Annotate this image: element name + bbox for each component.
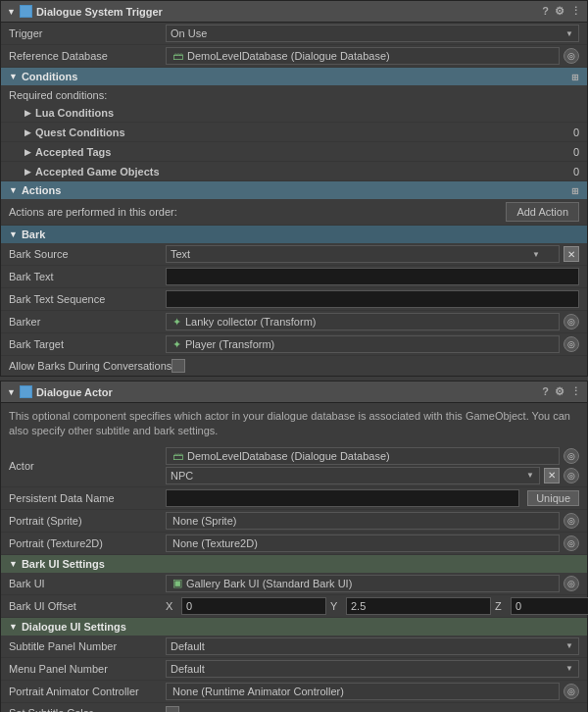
actor-npc-select-btn[interactable]: ◎ bbox=[564, 468, 579, 483]
help-icon[interactable]: ? bbox=[542, 5, 549, 18]
actions-order-row: Actions are performed in this order: Add… bbox=[1, 199, 587, 226]
actor-help-icon[interactable]: ? bbox=[542, 385, 549, 398]
bark-ui-label: Bark UI bbox=[9, 578, 166, 589]
actions-section-header[interactable]: ▼ Actions ⊞ bbox=[1, 181, 587, 199]
actor-db-icon: 🗃 bbox=[172, 450, 183, 462]
conditions-section-header[interactable]: ▼ Conditions ⊞ bbox=[1, 68, 587, 85]
lua-conditions-label: Lua Conditions bbox=[35, 107, 192, 119]
actions-expand-right-icon[interactable]: ⊞ bbox=[571, 186, 579, 196]
bark-ui-offset-xyz: X Y Z bbox=[166, 597, 588, 615]
reference-db-row: Reference Database 🗃 DemoLevelDatabase (… bbox=[1, 45, 587, 68]
dialogue-ui-settings-title: Dialogue UI Settings bbox=[22, 621, 126, 633]
allow-barks-label: Allow Barks During Conversations bbox=[9, 360, 172, 372]
portrait-sprite-label: Portrait (Sprite) bbox=[9, 515, 166, 527]
dialogue-ui-settings-header[interactable]: ▼ Dialogue UI Settings bbox=[1, 618, 587, 636]
actions-expand-icon: ▼ bbox=[9, 185, 18, 195]
barker-label: Barker bbox=[9, 316, 166, 328]
checkbox-icon[interactable] bbox=[20, 5, 32, 18]
subtitle-panel-dropdown-wrapper[interactable]: Default bbox=[166, 637, 579, 655]
portrait-animator-field[interactable]: None (Runtime Animator Controller) bbox=[166, 683, 560, 700]
actor-overflow-icon[interactable]: ⋮ bbox=[570, 385, 581, 398]
quest-conditions-label: Quest Conditions bbox=[35, 127, 192, 138]
tags-expand-icon[interactable]: ▶ bbox=[24, 147, 31, 157]
bark-target-row: Bark Target ✦ Player (Transform) ◎ bbox=[1, 333, 587, 356]
subtitle-panel-value-container: Default bbox=[166, 637, 579, 655]
bark-subsection-header[interactable]: ▼ Bark bbox=[1, 226, 587, 243]
bark-source-dropdown[interactable]: Text bbox=[166, 245, 560, 263]
bark-expand-icon: ▼ bbox=[9, 229, 18, 239]
reference-db-select-btn[interactable]: ◎ bbox=[564, 48, 579, 64]
bark-ui-value-container: ▣ Gallery Bark UI (Standard Bark UI) ◎ bbox=[166, 575, 579, 592]
bark-ui-field[interactable]: ▣ Gallery Bark UI (Standard Bark UI) bbox=[166, 575, 560, 592]
unique-button[interactable]: Unique bbox=[527, 490, 579, 506]
persistent-data-input[interactable] bbox=[166, 489, 519, 507]
toggle-arrow-icon[interactable]: ▼ bbox=[7, 7, 16, 17]
bark-ui-row: Bark UI ▣ Gallery Bark UI (Standard Bark… bbox=[1, 573, 587, 595]
portrait-animator-row: Portrait Animator Controller None (Runti… bbox=[1, 681, 587, 703]
bark-target-label: Bark Target bbox=[9, 338, 166, 350]
bark-x-input[interactable] bbox=[181, 597, 326, 615]
portrait-texture-label: Portrait (Texture2D) bbox=[9, 537, 166, 549]
trigger-dropdown-wrapper[interactable]: On Use bbox=[166, 25, 579, 42]
portrait-sprite-value: None (Sprite) bbox=[172, 515, 236, 527]
bark-target-field[interactable]: ✦ Player (Transform) bbox=[166, 335, 560, 353]
quest-expand-icon[interactable]: ▶ bbox=[24, 127, 31, 137]
allow-barks-checkbox[interactable] bbox=[172, 359, 185, 373]
subtitle-panel-dropdown[interactable]: Default bbox=[166, 637, 579, 655]
lua-expand-icon[interactable]: ▶ bbox=[24, 108, 31, 118]
settings-icon[interactable]: ⚙ bbox=[555, 5, 564, 18]
barker-field[interactable]: ✦ Lanky collector (Transform) bbox=[166, 313, 560, 331]
bark-target-select-btn[interactable]: ◎ bbox=[564, 336, 579, 352]
actor-npc-dropdown-wrapper[interactable]: NPC bbox=[166, 467, 540, 484]
bark-source-clear-btn[interactable]: ✕ bbox=[564, 246, 579, 262]
quest-conditions-row: ▶ Quest Conditions 0 bbox=[1, 123, 587, 142]
portrait-texture-select-btn[interactable]: ◎ bbox=[564, 535, 579, 551]
bark-text-input[interactable] bbox=[166, 268, 579, 285]
persistent-data-row: Persistent Data Name Unique bbox=[1, 487, 587, 510]
add-action-button[interactable]: Add Action bbox=[506, 202, 579, 222]
bark-y-input[interactable] bbox=[346, 597, 491, 615]
actor-npc-clear-btn[interactable]: ✕ bbox=[544, 468, 560, 483]
portrait-texture-row: Portrait (Texture2D) None (Texture2D) ◎ bbox=[1, 533, 587, 555]
gameobj-expand-icon[interactable]: ▶ bbox=[24, 167, 31, 177]
actor-db-field[interactable]: 🗃 DemoLevelDatabase (Dialogue Database) bbox=[166, 447, 560, 465]
conditions-expand-right-icon[interactable]: ⊞ bbox=[571, 73, 579, 82]
portrait-sprite-select-btn[interactable]: ◎ bbox=[564, 513, 579, 529]
trigger-panel-header: ▼ Dialogue System Trigger ? ⚙ ⋮ bbox=[1, 1, 587, 23]
bark-text-sequence-input[interactable] bbox=[166, 290, 579, 308]
conditions-title: Conditions bbox=[22, 71, 77, 82]
actions-title: Actions bbox=[22, 184, 61, 196]
actor-npc-dropdown[interactable]: NPC bbox=[166, 467, 540, 484]
bark-target-icon: ✦ bbox=[172, 338, 181, 351]
reference-db-field[interactable]: 🗃 DemoLevelDatabase (Dialogue Database) bbox=[166, 47, 560, 65]
barker-select-btn[interactable]: ◎ bbox=[564, 314, 579, 330]
portrait-animator-select-btn[interactable]: ◎ bbox=[564, 684, 579, 699]
overflow-icon[interactable]: ⋮ bbox=[570, 5, 581, 18]
bark-z-input[interactable] bbox=[511, 597, 588, 615]
actions-order-text: Actions are performed in this order: bbox=[9, 206, 177, 218]
actor-toggle-arrow-icon[interactable]: ▼ bbox=[7, 387, 16, 397]
dialogue-actor-panel: ▼ Dialogue Actor ? ⚙ ⋮ This optional com… bbox=[0, 381, 588, 712]
barker-value: Lanky collector (Transform) bbox=[185, 316, 316, 328]
bark-ui-select-btn[interactable]: ◎ bbox=[564, 576, 579, 591]
portrait-animator-value-container: None (Runtime Animator Controller) ◎ bbox=[166, 683, 579, 700]
bark-ui-offset-row: Bark UI Offset X Y Z bbox=[1, 595, 587, 618]
portrait-texture-field[interactable]: None (Texture2D) bbox=[166, 534, 560, 552]
set-subtitle-color-checkbox[interactable] bbox=[166, 706, 179, 712]
menu-panel-dropdown-wrapper[interactable]: Default bbox=[166, 660, 579, 678]
actor-settings-icon[interactable]: ⚙ bbox=[555, 385, 564, 398]
accepted-game-objects-count: 0 bbox=[573, 166, 579, 178]
required-conditions-label: Required conditions: bbox=[1, 85, 587, 103]
actor-panel-title: Dialogue Actor bbox=[36, 386, 113, 398]
barker-row: Barker ✦ Lanky collector (Transform) ◎ bbox=[1, 311, 587, 333]
menu-panel-dropdown[interactable]: Default bbox=[166, 660, 579, 678]
bark-ui-settings-header[interactable]: ▼ Bark UI Settings bbox=[1, 555, 587, 573]
bark-ui-offset-value-container: X Y Z bbox=[166, 597, 588, 615]
portrait-sprite-field[interactable]: None (Sprite) bbox=[166, 512, 560, 530]
persistent-data-value-container: Unique bbox=[166, 489, 579, 507]
actor-db-select-btn[interactable]: ◎ bbox=[564, 448, 579, 464]
trigger-dropdown[interactable]: On Use bbox=[166, 25, 579, 42]
actor-checkbox-icon[interactable] bbox=[20, 385, 32, 398]
accepted-tags-row: ▶ Accepted Tags 0 bbox=[1, 142, 587, 162]
bark-source-dropdown-wrapper[interactable]: Text bbox=[166, 245, 560, 263]
